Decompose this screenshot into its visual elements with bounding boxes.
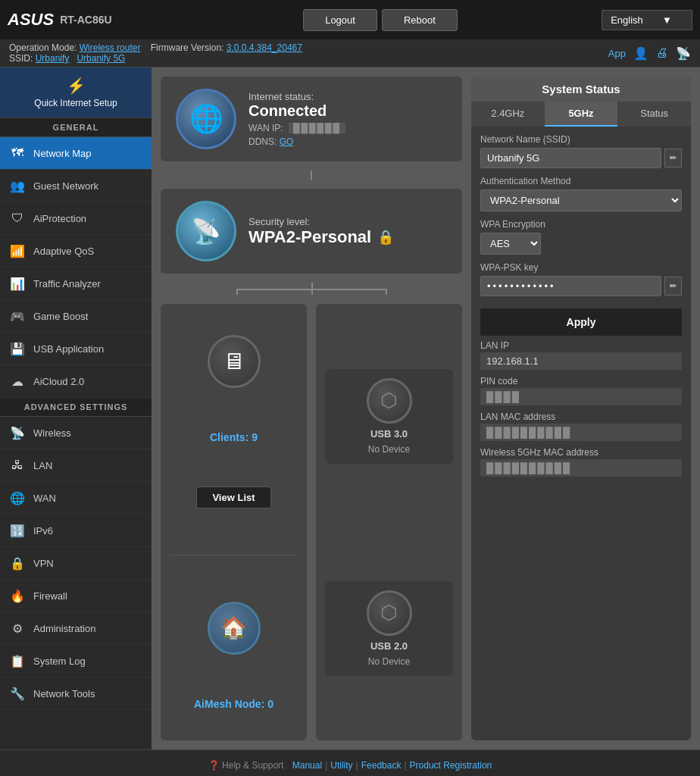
operation-mode-value[interactable]: Wireless router [80,42,141,53]
tab-5ghz[interactable]: 5GHz [545,102,618,127]
topbar: Operation Mode: Wireless router Firmware… [0,39,700,67]
connector-v1 [161,171,462,180]
share-icon[interactable]: 📡 [676,46,691,61]
user-icon[interactable]: 👤 [633,46,648,61]
network-map-icon: 🗺 [9,145,26,161]
help-support-label[interactable]: ❓ Help & Support [208,760,284,771]
ddns-detail: DDNS: GO [248,136,447,147]
tab-status[interactable]: Status [617,102,691,127]
aimesh-label: AiMesh Node: [194,698,264,710]
sidebar-item-aicloud[interactable]: ☁ AiCloud 2.0 [0,365,152,398]
ssid-field-input: ✏ [480,148,682,168]
content-area: 🌐 Internet status: Connected WAN IP: ███… [152,67,700,749]
logo-model: RT-AC86U [60,14,111,26]
footer-sep4: | [404,760,406,771]
ssid-24ghz[interactable]: Urbanify [36,53,70,64]
view-list-button[interactable]: View List [196,487,270,508]
language-arrow-icon: ▼ [650,14,684,26]
security-level-label: Security level: [248,216,447,227]
reboot-button[interactable]: Reboot [382,9,458,31]
administration-icon: ⚙ [9,620,26,637]
sidebar-label-aiprotection: AiProtection [33,213,86,224]
sidebar-section-advanced: Advanced Settings [0,398,152,417]
sidebar-item-administration[interactable]: ⚙ Administration [0,612,152,645]
topbar-icons: App 👤 🖨 📡 [608,46,691,61]
sidebar-item-aiprotection[interactable]: 🛡 AiProtection [0,202,152,235]
footer-link-feedback[interactable]: Feedback [361,760,402,771]
sidebar-item-usb-application[interactable]: 💾 USB Application [0,333,152,365]
usb30-port: ⬡ USB 3.0 No Device [325,369,453,464]
lan-icon: 🖧 [9,457,26,474]
print-icon[interactable]: 🖨 [656,46,668,60]
sidebar-label-usb-application: USB Application [33,343,104,355]
sidebar-item-game-boost[interactable]: 🎮 Game Boost [0,300,152,333]
sidebar-item-network-tools[interactable]: 🔧 Network Tools [0,677,152,710]
usb-application-icon: 💾 [9,340,26,357]
sidebar-item-network-map[interactable]: 🗺 Network Map [0,137,152,170]
encryption-field: WPA Encryption AES TKIP TKIP+AES [480,219,682,255]
sidebar-item-guest-network[interactable]: 👥 Guest Network [0,170,152,202]
usb30-icon: ⬡ [367,378,412,424]
auth-field-label: Authentication Method [480,176,682,186]
logo-area: ASUS RT-AC86U [8,10,159,30]
footer-sep3: | [356,760,358,771]
pin-value: ████ [480,388,682,405]
auth-field: Authentication Method WPA2-Personal WPA-… [480,176,682,211]
sidebar-item-quick-setup[interactable]: ⚡ Quick Internet Setup [0,67,152,118]
aiprotection-icon: 🛡 [9,210,26,227]
wan-ip-value: ██████ [289,123,345,133]
app-label[interactable]: App [608,48,626,59]
auth-select[interactable]: WPA2-Personal WPA-Personal WPA2-Enterpri… [480,189,682,211]
lock-icon: 🔒 [377,229,394,246]
sidebar-item-traffic-analyzer[interactable]: 📊 Traffic Analyzer [0,268,152,300]
language-selector[interactable]: English ▼ [602,10,692,30]
encryption-field-label: WPA Encryption [480,219,682,230]
aimesh-icon: 🏠 [208,602,261,655]
psk-edit-button[interactable]: ✏ [664,277,682,296]
security-card: 📡 Security level: WPA2-Personal 🔒 [161,189,462,274]
usb20-port: ⬡ USB 2.0 No Device [325,581,453,676]
aicloud-icon: ☁ [9,373,26,390]
language-label: English [610,14,644,26]
firmware-value[interactable]: 3.0.0.4.384_20467 [227,42,302,53]
lan-mac-value: ██████████ [480,424,682,441]
sidebar-item-ipv6[interactable]: 🔢 IPv6 [0,515,152,547]
encryption-select[interactable]: AES TKIP TKIP+AES [480,233,541,255]
game-boost-icon: 🎮 [9,308,26,324]
sidebar-item-lan[interactable]: 🖧 LAN [0,449,152,482]
sidebar-label-traffic-analyzer: Traffic Analyzer [33,278,101,289]
sidebar-item-vpn[interactable]: 🔒 VPN [0,547,152,580]
ssid-edit-button[interactable]: ✏ [664,149,682,167]
internet-globe-icon: 🌐 [176,89,236,149]
logout-button[interactable]: Logout [303,9,377,31]
branch-h-line [236,289,387,290]
internet-status-label: Internet status: [248,91,447,102]
apply-button[interactable]: Apply [480,308,682,336]
sidebar-item-wan[interactable]: 🌐 WAN [0,482,152,515]
header-buttons: Logout Reboot [159,9,602,31]
psk-input[interactable] [480,276,661,296]
sidebar-item-firewall[interactable]: 🔥 Firewall [0,580,152,612]
footer-link-utility[interactable]: Utility [330,760,352,771]
sidebar-item-wireless[interactable]: 📡 Wireless [0,417,152,449]
ddns-link[interactable]: GO [280,136,294,147]
usb30-status: No Device [368,444,410,455]
ssid-5ghz[interactable]: Urbanify 5G [77,53,125,64]
ssid-input[interactable] [480,148,661,168]
usb20-status: No Device [368,656,410,667]
ssid-label: SSID: [9,53,33,64]
sidebar-label-adaptive-qos: Adaptive QoS [33,246,94,257]
tab-24ghz[interactable]: 2.4GHz [471,102,545,127]
footer-link-product-registration[interactable]: Product Registration [410,760,492,771]
lan-ip-value: 192.168.1.1 [480,352,682,370]
sidebar-item-adaptive-qos[interactable]: 📶 Adaptive QoS [0,235,152,268]
aimesh-number: 0 [267,698,273,710]
guest-network-icon: 👥 [9,177,26,194]
status-tabs: 2.4GHz 5GHz Status [471,102,691,127]
sidebar-item-system-log[interactable]: 📋 System Log [0,645,152,677]
footer-link-manual[interactable]: Manual [292,760,322,771]
psk-field-input: ✏ [480,276,682,296]
header: ASUS RT-AC86U Logout Reboot English ▼ [0,0,700,39]
clients-number: 9 [252,431,258,443]
usb-card: ⬡ USB 3.0 No Device ⬡ USB 2.0 No Device [316,304,462,740]
